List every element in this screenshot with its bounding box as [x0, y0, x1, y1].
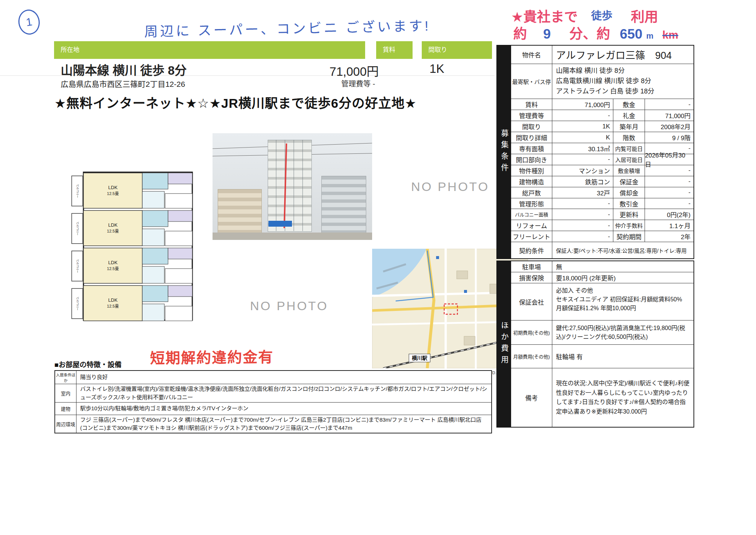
room-size-label: 12.5畳 [107, 266, 119, 271]
row-label-1: 管理形態 [511, 198, 552, 209]
tower-window-columns [268, 140, 311, 231]
guarantor-line-3: 月額保証料1.2% 年間10,000円 [556, 304, 636, 313]
row-value-1: 1K [552, 121, 613, 132]
row-value-1: 71,000円 [552, 99, 613, 110]
row-value-1: - [552, 209, 613, 220]
feature-label: 周辺環境 [55, 415, 76, 433]
feature-value: 駅歩10分以内/駐輪場/敷地内ゴミ置き場/防犯カメラ/TVインターホン [76, 403, 491, 415]
row-label-2: 仲介手数料 [613, 220, 645, 231]
guarantor-line-2: セキスイユニディア 初回保証料:月額総賃料50% [556, 295, 682, 304]
notes-value: 現在の状況:入居中(空予定)/横川駅近くで便利♪利便性良好でお一人暮らしにもって… [552, 368, 693, 427]
row-value-2: 71,000円 [645, 110, 693, 121]
stations-value: 山陽本線 横川 徒歩 8分 広島電鉄横川線 横川駅 徒歩 8分 アストラムライン… [552, 64, 693, 99]
broker-note-use-text: 利用 [631, 10, 658, 25]
row-label-2: 入居可能日 [613, 154, 645, 165]
initial-costs-label: 初期費用(その他) [511, 320, 552, 344]
table-row: 開口部向き - 入居可能日 2026年05月30日 [511, 154, 693, 165]
notes-label: 備考 [511, 368, 552, 427]
table-row: リフォーム - 仲介手数料 1.1ヶ月 [511, 220, 693, 231]
no-photo-placeholder-top: NO PHOTO [411, 180, 489, 194]
row-label-1: バルコニー面積 [511, 209, 552, 220]
room-size-label: 12.5畳 [107, 191, 119, 196]
row-label-1: 開口部向き [511, 154, 552, 165]
property-name-value: アルファレガロ三篠 904 [552, 46, 693, 64]
property-address: 広島県広島市西区三篠町2丁目12-26 [61, 78, 185, 89]
guarantor-value: 必加入 その他 セキスイユニディア 初回保証料:月額総賃料50% 月額保証料1.… [552, 283, 693, 320]
row-label-2: 敷金積増 [613, 165, 645, 176]
row-value-1: - [552, 231, 613, 242]
table-row: 賃料 71,000円 敷金 - [511, 99, 693, 110]
neighbor-building-right [321, 176, 366, 233]
stations-label: 最寄駅・バス停 [511, 64, 552, 99]
recruit-conditions-table: 募集条件 物件名 アルファレガロ三篠 904 最寄駅・バス停 山陽本線 横川 徒… [496, 45, 694, 259]
parking-value: 無 [552, 261, 693, 272]
broker-note-km-struck-text: km [662, 29, 678, 41]
map-station-label: 横川駅 [412, 355, 428, 361]
row-label-2: 保証金 [613, 176, 645, 187]
handwritten-note-blue: 周辺に スーパー、コンビニ ございます! [144, 15, 431, 40]
feature-value: フジ 三篠店(スーパー)まで450m/フレスタ 横川本店(スーパー)まで700m… [76, 415, 491, 433]
monthly-costs-value: 駐輪場 有 [552, 345, 693, 368]
table-row-guarantor: 保証会社 必加入 その他 セキスイユニディア 初回保証料:月額総賃料50% 月額… [511, 283, 693, 320]
table-row-initial-costs: 初期費用(その他) 鍵代:27,500円(税込)/抗菌消臭施工代:19,800円… [511, 320, 693, 345]
parking-label: 駐車場 [511, 261, 552, 272]
broker-note-distance-text: 650 [620, 26, 642, 42]
property-name-label: 物件名 [511, 46, 552, 64]
broker-note-minutes-text: 9 [543, 26, 551, 42]
table-row: 間取り 1K 築年月 2008年2月 [511, 121, 693, 132]
room-label: LDK [108, 260, 118, 265]
table-row-monthly-costs: 月額費用(その他) 駐輪場 有 [511, 345, 693, 368]
table-row: バルコニー面積 - 更新料 0円(2年) [511, 209, 693, 220]
broker-note-approx-text: 約 [513, 26, 527, 42]
section-strip-other-costs: ほか費用 [497, 261, 511, 427]
station-line-2: 広島電鉄横川線 横川駅 徒歩 8分 [556, 76, 651, 86]
features-row: 室内 バストイレ別/洗濯機置場(室内)/浴室乾燥機/温水洗浄便座/洗面所独立/洗… [55, 384, 491, 403]
station-line-3: アストラムライン 白島 徒歩 18分 [556, 86, 655, 97]
row-value-2: - [645, 99, 693, 110]
row-value-1: - [552, 110, 613, 121]
monthly-costs-label: 月額費用(その他) [511, 345, 552, 368]
row-label-2: 敷引金 [613, 198, 645, 209]
row-value-2: 1.1ヶ月 [645, 220, 693, 231]
room-label: LDK [108, 185, 118, 190]
feature-label: 入居条件ほか [55, 371, 76, 384]
row-label-2: 更新料 [613, 209, 645, 220]
room-label: LDK [108, 297, 118, 303]
neighbor-building-left [218, 189, 262, 233]
street [213, 233, 372, 240]
property-flyer-page: 1 周辺に スーパー、コンビニ ございます! ★貴社まで 徒歩 利用 約 9 分… [0, 0, 756, 535]
table-row-insurance: 損害保険 要18,000円 (2年更新) [511, 272, 693, 283]
contract-label: 契約条件 [511, 242, 552, 258]
room-size-label: 12.5畳 [107, 229, 119, 233]
catch-copy: ★無料インターネット★☆★JR横川駅まで徒歩6分の好立地★ [54, 93, 417, 111]
row-label-1: 建物構造 [511, 176, 552, 187]
broker-note-unit-text: 分、約 [569, 26, 610, 42]
section-strip-other-costs-label: ほか費用 [499, 321, 510, 367]
initial-costs-value: 鍵代:27,500円(税込)/抗菌消臭施工代:19,800円(税込)/クリーニン… [552, 320, 693, 344]
handwritten-red-note: 短期解約違約金有 [150, 345, 274, 368]
contract-value: 保証人:要/ペット:不可/水道:公営/風呂:専用/トイレ:専用 [552, 242, 693, 258]
location-header-bar: 所在地 [54, 41, 365, 59]
feature-value: 陽当り良好 [76, 371, 491, 384]
floorplan-image: バルコニー LDK 12.5畳 バルコニー LDK 12.5畳 [68, 170, 203, 323]
features-title: ■お部屋の特徴・設備 [54, 359, 121, 369]
table-row-notes: 備考 現在の状況:入居中(空予定)/横川駅近くで便利♪利便性良好でお一人暮らしに… [511, 368, 693, 427]
features-row: 建物 駅歩10分以内/駐輪場/敷地内ゴミ置き場/防犯カメラ/TVインターホン [55, 403, 491, 415]
broker-note-walk-text: 徒歩 [591, 10, 612, 22]
row-label-2: 階数 [613, 132, 645, 143]
features-row: 周辺環境 フジ 三篠店(スーパー)まで450m/フレスタ 横川本店(スーパー)ま… [55, 415, 491, 433]
room-label: LDK [108, 222, 118, 228]
broker-note-meter-text: m [646, 31, 653, 40]
row-value-2: 2008年2月 [645, 121, 693, 132]
table-row: フリーレント - 契約期間 2年 [511, 231, 693, 242]
row-label-1: リフォーム [511, 220, 552, 231]
row-value-1: 鉄筋コン [552, 176, 613, 187]
table-row: 物件種別 マンション 敷金積増 - [511, 165, 693, 176]
feature-value: バストイレ別/洗濯機置場(室内)/浴室乾燥機/温水洗浄便座/洗面所独立/洗面化粧… [76, 384, 491, 402]
row-value-2: 9 / 9階 [645, 132, 693, 143]
management-fee: 管理費等 - [341, 78, 375, 89]
row-value-2: - [645, 198, 693, 209]
section-strip-recruit: 募集条件 [497, 46, 511, 258]
table-row: 建物構造 鉄筋コン 保証金 - [511, 176, 693, 187]
station-line-1: 山陽本線 横川 徒歩 8分 [556, 66, 625, 76]
